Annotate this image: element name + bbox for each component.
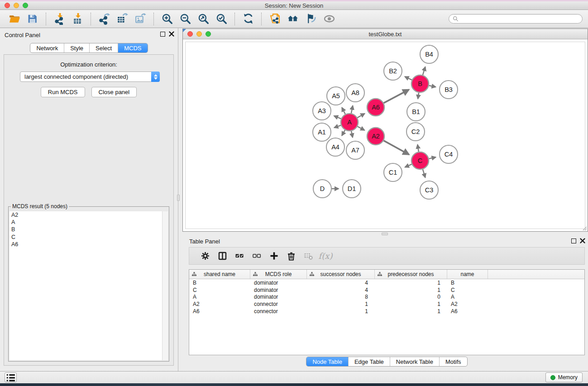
tab-select[interactable]: Select xyxy=(89,43,118,52)
import-table-button[interactable] xyxy=(68,11,86,27)
node-A7[interactable]: A7 xyxy=(346,141,364,159)
mcds-result-item[interactable]: A6 xyxy=(10,241,162,248)
export-table-button[interactable] xyxy=(113,11,131,27)
node-C2[interactable]: C2 xyxy=(406,123,425,141)
close-panel-icon[interactable] xyxy=(169,31,174,37)
tab-node-table[interactable]: Node Table xyxy=(306,357,348,366)
table-row[interactable]: Cdominator41C xyxy=(189,286,584,294)
edge-C-C1[interactable] xyxy=(405,164,412,167)
node-D[interactable]: D xyxy=(313,180,331,198)
edge-C-C4[interactable] xyxy=(429,157,436,158)
mcds-result-item[interactable]: A2 xyxy=(10,211,162,219)
memory-button[interactable]: Memory xyxy=(545,372,583,382)
column-header-name[interactable]: name xyxy=(447,270,488,279)
tab-edge-table[interactable]: Edge Table xyxy=(348,357,390,366)
zoom-selected-button[interactable] xyxy=(212,11,230,27)
node-A1[interactable]: A1 xyxy=(313,123,331,141)
table-row[interactable]: Bdominator41B xyxy=(189,279,584,286)
node-A8[interactable]: A8 xyxy=(346,84,364,102)
edge-B-B1[interactable] xyxy=(418,93,419,99)
zoom-fit-button[interactable] xyxy=(194,11,212,27)
resize-grip-icon[interactable] xyxy=(581,224,587,231)
tab-network[interactable]: Network xyxy=(30,43,64,52)
node-C3[interactable]: C3 xyxy=(420,181,438,199)
node-B[interactable]: B xyxy=(411,75,429,92)
node-D1[interactable]: D1 xyxy=(343,180,361,198)
float-table-panel-icon[interactable] xyxy=(571,238,576,243)
edge-C-C2[interactable] xyxy=(417,145,418,152)
add-column-button[interactable] xyxy=(265,249,282,263)
first-neighbors-button[interactable] xyxy=(284,11,302,27)
close-table-panel-icon[interactable] xyxy=(580,238,585,243)
edge-A-A7[interactable] xyxy=(351,131,353,138)
edge-A-A3[interactable] xyxy=(334,116,341,119)
edge-B-B2[interactable] xyxy=(405,76,412,80)
edge-C-C3[interactable] xyxy=(423,169,425,177)
table-row[interactable]: A6connector11A6 xyxy=(189,308,584,315)
delete-table-button[interactable] xyxy=(300,249,317,263)
import-network-button[interactable] xyxy=(50,11,68,27)
node-A3[interactable]: A3 xyxy=(313,102,331,120)
vertical-splitter-handle[interactable] xyxy=(177,195,180,201)
export-image-button[interactable] xyxy=(131,11,149,27)
column-header-MCDS-role[interactable]: MCDS role xyxy=(250,270,307,279)
close-panel-button[interactable]: Close panel xyxy=(91,87,137,97)
new-network-from-selection-button[interactable] xyxy=(266,11,284,27)
edge-A-A4[interactable] xyxy=(342,130,345,135)
open-file-button[interactable] xyxy=(5,11,24,27)
deselect-all-button[interactable] xyxy=(248,249,265,263)
tab-mcds[interactable]: MCDS xyxy=(118,43,147,52)
refresh-button[interactable] xyxy=(239,11,257,27)
table-row[interactable]: A2connector11A2 xyxy=(189,300,584,308)
edge-A-A2[interactable] xyxy=(358,126,365,130)
edge-B-B4[interactable] xyxy=(423,67,425,75)
network-canvas[interactable]: AA1A2A3A4A5A6A7A8BB1B2B3B4CC1C2C3C4DD1 xyxy=(183,39,588,231)
show-hide-annotations-button[interactable] xyxy=(320,11,338,27)
edge-A-A1[interactable] xyxy=(334,125,341,128)
mcds-result-item[interactable]: C xyxy=(10,234,162,241)
node-A5[interactable]: A5 xyxy=(327,87,345,105)
edge-A2-C[interactable] xyxy=(384,141,409,155)
search-field[interactable] xyxy=(449,14,583,24)
node-A4[interactable]: A4 xyxy=(326,138,344,156)
column-header-predecessor-nodes[interactable]: predecessor nodes xyxy=(375,270,447,279)
tab-style[interactable]: Style xyxy=(64,43,89,52)
column-header-shared-name[interactable]: shared name xyxy=(189,270,250,279)
node-C1[interactable]: C1 xyxy=(384,163,402,181)
zoom-out-button[interactable] xyxy=(176,11,194,27)
delete-column-button[interactable] xyxy=(282,249,300,263)
settings-button[interactable] xyxy=(196,249,214,263)
mcds-result-list[interactable]: A2ABCA6 xyxy=(10,211,162,360)
edge-A6-B[interactable] xyxy=(384,90,409,103)
node-B3[interactable]: B3 xyxy=(440,81,458,99)
mcds-result-item[interactable]: B xyxy=(10,226,162,233)
columns-button[interactable] xyxy=(214,249,231,263)
edge-A-A6[interactable] xyxy=(357,114,364,118)
node-B4[interactable]: B4 xyxy=(420,45,438,63)
show-hide-graphics-details-button[interactable] xyxy=(302,11,320,27)
node-C4[interactable]: C4 xyxy=(440,145,458,163)
edge-A-A8[interactable] xyxy=(351,105,353,113)
export-network-button[interactable] xyxy=(95,11,113,27)
edge-A-A5[interactable] xyxy=(342,108,345,114)
node-A[interactable]: A xyxy=(341,114,358,131)
zoom-in-button[interactable] xyxy=(158,11,176,27)
node-B1[interactable]: B1 xyxy=(407,103,425,121)
edge-B-B3[interactable] xyxy=(429,86,436,87)
criterion-dropdown[interactable]: largest connected component (directed) xyxy=(20,71,160,82)
task-history-button[interactable] xyxy=(5,372,17,382)
mcds-result-scrollbar[interactable] xyxy=(162,211,168,360)
search-input[interactable] xyxy=(461,16,578,22)
select-all-button[interactable] xyxy=(231,249,248,263)
node-C[interactable]: C xyxy=(411,152,429,169)
save-session-button[interactable] xyxy=(24,11,42,27)
column-header-successor-nodes[interactable]: successor nodes xyxy=(307,270,375,279)
tab-motifs[interactable]: Motifs xyxy=(439,357,467,366)
node-A6[interactable]: A6 xyxy=(367,99,384,116)
float-panel-icon[interactable] xyxy=(160,32,165,37)
node-B2[interactable]: B2 xyxy=(384,62,402,80)
run-mcds-button[interactable]: Run MCDS xyxy=(41,87,85,97)
function-builder-button[interactable]: f(x) xyxy=(317,249,334,263)
node-A2[interactable]: A2 xyxy=(367,128,384,145)
table-row[interactable]: Adominator80A xyxy=(189,294,584,301)
